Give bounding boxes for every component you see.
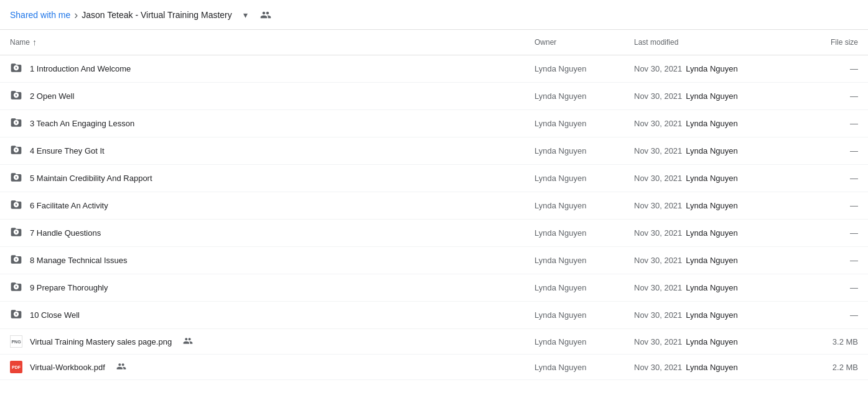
file-name-text: 10 Close Well: [30, 310, 80, 320]
col-header-name[interactable]: Name ↑: [10, 37, 534, 47]
table-row[interactable]: PNG Virtual Training Mastery sales page.…: [0, 329, 868, 355]
file-name-cell: PNG Virtual Training Mastery sales page.…: [10, 335, 534, 348]
file-owner-cell: Lynda Nguyen: [534, 201, 634, 210]
breadcrumb-separator: ›: [74, 9, 78, 21]
table-row[interactable]: 9 Prepare Thoroughly Lynda Nguyen Nov 30…: [0, 274, 868, 302]
shared-badge-icon: [183, 336, 193, 348]
file-size-cell: —: [796, 174, 858, 183]
file-name-text: Virtual-Workbook.pdf: [30, 363, 105, 372]
file-name-cell: 3 Teach An Engaging Lesson: [10, 116, 534, 131]
file-owner-cell: Lynda Nguyen: [534, 363, 634, 372]
folder-shared-icon: [10, 281, 22, 295]
file-name-text: 7 Handle Questions: [30, 228, 101, 238]
file-name-text: 1 Introduction And Welcome: [30, 64, 131, 73]
file-modified-cell: Nov 30, 2021 Lynda Nguyen: [634, 91, 796, 101]
table-header: Name ↑ Owner Last modified File size: [0, 30, 868, 55]
modified-by-user: Lynda Nguyen: [686, 174, 737, 183]
table-row[interactable]: 10 Close Well Lynda Nguyen Nov 30, 2021 …: [0, 302, 868, 329]
modified-by-user: Lynda Nguyen: [686, 310, 737, 320]
png-file-icon: PNG: [10, 335, 22, 348]
modified-date: Nov 30, 2021: [634, 363, 682, 372]
modified-date: Nov 30, 2021: [634, 228, 682, 238]
table-row[interactable]: PDF Virtual-Workbook.pdf Lynda Nguyen No…: [0, 355, 868, 380]
table-row[interactable]: 1 Introduction And Welcome Lynda Nguyen …: [0, 55, 868, 83]
table-row[interactable]: 8 Manage Technical Issues Lynda Nguyen N…: [0, 247, 868, 274]
file-name-text: 8 Manage Technical Issues: [30, 256, 128, 265]
file-modified-cell: Nov 30, 2021 Lynda Nguyen: [634, 228, 796, 238]
share-people-icon[interactable]: [258, 7, 273, 22]
file-modified-cell: Nov 30, 2021 Lynda Nguyen: [634, 363, 796, 372]
file-owner-cell: Lynda Nguyen: [534, 228, 634, 238]
modified-by-user: Lynda Nguyen: [686, 363, 737, 372]
modified-by-user: Lynda Nguyen: [686, 228, 737, 238]
file-modified-cell: Nov 30, 2021 Lynda Nguyen: [634, 146, 796, 156]
file-size-cell: —: [796, 310, 858, 320]
file-size-cell: —: [796, 119, 858, 128]
table-row[interactable]: 4 Ensure They Got It Lynda Nguyen Nov 30…: [0, 137, 868, 165]
file-name-text: 3 Teach An Engaging Lesson: [30, 119, 134, 128]
file-modified-cell: Nov 30, 2021 Lynda Nguyen: [634, 337, 796, 346]
file-owner-cell: Lynda Nguyen: [534, 119, 634, 128]
file-name-text: 4 Ensure They Got It: [30, 146, 105, 156]
table-row[interactable]: 5 Maintain Credibility And Rapport Lynda…: [0, 165, 868, 192]
file-name-text: Virtual Training Mastery sales page.png: [30, 337, 172, 346]
pdf-file-icon: PDF: [10, 361, 22, 373]
shared-badge-icon: [116, 361, 126, 373]
breadcrumb: Shared with me › Jason Teteak - Virtual …: [0, 0, 868, 30]
file-owner-cell: Lynda Nguyen: [534, 337, 634, 346]
modified-by-user: Lynda Nguyen: [686, 64, 737, 73]
file-name-cell: 6 Facilitate An Activity: [10, 198, 534, 213]
current-folder-name: Jason Teteak - Virtual Training Mastery: [82, 10, 232, 20]
file-name-cell: 1 Introduction And Welcome: [10, 62, 534, 76]
file-modified-cell: Nov 30, 2021 Lynda Nguyen: [634, 201, 796, 210]
file-modified-cell: Nov 30, 2021 Lynda Nguyen: [634, 283, 796, 292]
file-modified-cell: Nov 30, 2021 Lynda Nguyen: [634, 64, 796, 73]
folder-shared-icon: [10, 308, 22, 322]
folder-shared-icon: [10, 253, 22, 267]
modified-by-user: Lynda Nguyen: [686, 256, 737, 265]
file-size-cell: —: [796, 283, 858, 292]
file-modified-cell: Nov 30, 2021 Lynda Nguyen: [634, 310, 796, 320]
sort-arrow-icon: ↑: [32, 37, 37, 47]
folder-shared-icon: [10, 144, 22, 158]
modified-date: Nov 30, 2021: [634, 201, 682, 210]
file-owner-cell: Lynda Nguyen: [534, 91, 634, 101]
file-owner-cell: Lynda Nguyen: [534, 283, 634, 292]
col-header-modified: Last modified: [634, 38, 796, 47]
folder-shared-icon: [10, 171, 22, 185]
modified-date: Nov 30, 2021: [634, 146, 682, 156]
folder-shared-icon: [10, 116, 22, 131]
file-owner-cell: Lynda Nguyen: [534, 310, 634, 320]
file-name-cell: 5 Maintain Credibility And Rapport: [10, 171, 534, 185]
folder-shared-icon: [10, 89, 22, 103]
file-size-cell: —: [796, 256, 858, 265]
modified-date: Nov 30, 2021: [634, 174, 682, 183]
file-modified-cell: Nov 30, 2021 Lynda Nguyen: [634, 119, 796, 128]
folder-dropdown-icon[interactable]: ▾: [238, 7, 253, 22]
modified-date: Nov 30, 2021: [634, 64, 682, 73]
file-name-cell: 2 Open Well: [10, 89, 534, 103]
file-name-cell: 7 Handle Questions: [10, 226, 534, 240]
file-size-cell: —: [796, 228, 858, 238]
file-size-cell: 3.2 MB: [796, 337, 858, 346]
file-table: Name ↑ Owner Last modified File size 1 I…: [0, 30, 868, 380]
table-row[interactable]: 2 Open Well Lynda Nguyen Nov 30, 2021 Ly…: [0, 83, 868, 110]
breadcrumb-actions: ▾: [238, 7, 273, 22]
modified-by-user: Lynda Nguyen: [686, 91, 737, 101]
file-owner-cell: Lynda Nguyen: [534, 256, 634, 265]
col-header-size: File size: [796, 38, 858, 47]
file-name-cell: PDF Virtual-Workbook.pdf: [10, 361, 534, 373]
file-name-text: 9 Prepare Thoroughly: [30, 283, 108, 292]
file-name-cell: 4 Ensure They Got It: [10, 144, 534, 158]
modified-by-user: Lynda Nguyen: [686, 146, 737, 156]
table-row[interactable]: 3 Teach An Engaging Lesson Lynda Nguyen …: [0, 110, 868, 137]
modified-by-user: Lynda Nguyen: [686, 119, 737, 128]
file-name-cell: 10 Close Well: [10, 308, 534, 322]
shared-with-me-link[interactable]: Shared with me: [10, 10, 70, 20]
folder-shared-icon: [10, 62, 22, 76]
table-row[interactable]: 7 Handle Questions Lynda Nguyen Nov 30, …: [0, 220, 868, 247]
file-size-cell: —: [796, 201, 858, 210]
file-name-text: 2 Open Well: [30, 91, 74, 101]
table-row[interactable]: 6 Facilitate An Activity Lynda Nguyen No…: [0, 192, 868, 220]
file-name-text: 5 Maintain Credibility And Rapport: [30, 174, 152, 183]
